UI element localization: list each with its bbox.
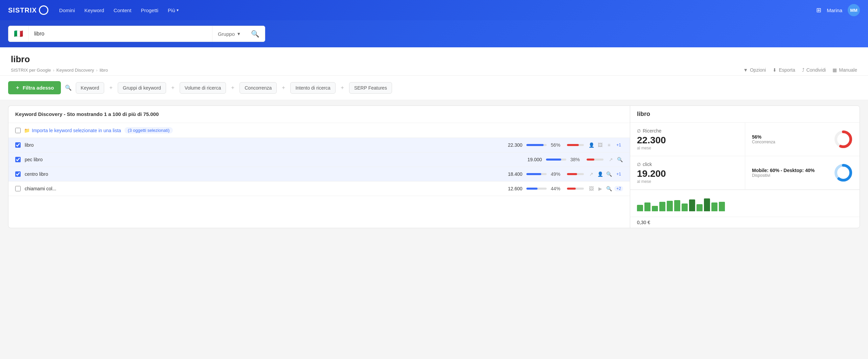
manuale-action[interactable]: ▦ Manuale xyxy=(832,67,857,73)
breadcrumb-keyword-discovery[interactable]: Keyword Discovery xyxy=(56,68,94,73)
breadcrumb-row: SISTRIX per Google › Keyword Discovery ›… xyxy=(11,67,857,73)
bar-3 xyxy=(652,206,658,211)
gruppo-chevron-icon: ▾ xyxy=(237,31,240,37)
filtra-adesso-button[interactable]: ＋ Filtra adesso xyxy=(8,81,61,94)
bar-8 xyxy=(689,199,695,211)
page-header-row: libro xyxy=(11,54,857,67)
row-2-comp-bar xyxy=(587,159,603,161)
plus-volume-icon: ＋ xyxy=(170,84,176,91)
country-flag[interactable]: 🇮🇹 xyxy=(8,26,29,42)
nav-right: ⊞ Marina MM xyxy=(816,4,860,16)
dispositivi-sublabel: Dispositivi xyxy=(752,173,815,178)
grid-icon[interactable]: ⊞ xyxy=(816,6,821,14)
bar-6 xyxy=(674,200,680,211)
row-1-badge: +1 xyxy=(614,142,623,148)
search4-icon: 🔍 xyxy=(606,185,612,192)
click-value: 19.200 xyxy=(637,168,738,179)
click-sublabel: al mese xyxy=(637,179,738,184)
row-4-competition: 44% xyxy=(551,186,563,191)
opzioni-action[interactable]: ▼ Opzioni xyxy=(743,67,766,73)
bar-1 xyxy=(637,205,643,211)
esporta-action[interactable]: ⬇ Esporta xyxy=(773,67,795,73)
dispositivi-gauge xyxy=(834,163,853,182)
condividi-action[interactable]: ⤴ Condividi xyxy=(802,67,826,73)
intento-filter[interactable]: Intento di ricerca xyxy=(290,82,336,94)
filter-bar: ＋ Filtra adesso 🔍 Keyword ＋ Gruppi di ke… xyxy=(0,76,868,100)
plus-icon: ＋ xyxy=(15,85,20,91)
avatar[interactable]: MM xyxy=(848,4,860,16)
plus-gruppi-icon: ＋ xyxy=(108,84,114,91)
search3-icon: 🔍 xyxy=(606,171,612,177)
row-3-checkbox[interactable] xyxy=(15,171,21,177)
row-4-keyword: chiamami col... xyxy=(25,186,498,191)
breadcrumb: SISTRIX per Google › Keyword Discovery ›… xyxy=(11,68,108,73)
row-4-comp-bar xyxy=(567,188,584,190)
search-filter-icon: 🔍 xyxy=(65,85,72,91)
download-icon: ⬇ xyxy=(773,67,777,73)
row-1-volume-bar xyxy=(526,144,547,146)
dispositivi-cell: Mobile: 60% - Desktop: 40% Dispositivi xyxy=(745,156,860,190)
search2-icon: 🔍 xyxy=(616,156,623,163)
external2-icon: ↗ xyxy=(588,171,595,177)
nav-piu[interactable]: Più ▾ xyxy=(168,7,179,13)
price-row: 0,30 € xyxy=(630,217,860,228)
filtra-label: Filtra adesso xyxy=(23,85,54,91)
bar-2 xyxy=(644,202,650,211)
nav-progetti[interactable]: Progetti xyxy=(141,7,158,13)
book-icon: ▦ xyxy=(832,67,837,73)
breadcrumb-sep-1: › xyxy=(53,68,54,73)
row-2-keyword: pec libro xyxy=(25,157,518,162)
nav-content[interactable]: Content xyxy=(114,7,132,13)
row-1-competition: 56% xyxy=(551,142,563,148)
keyword-filter[interactable]: Keyword xyxy=(76,82,104,94)
list-icon: ≡ xyxy=(606,142,612,148)
breadcrumb-sistrix[interactable]: SISTRIX per Google xyxy=(11,68,51,73)
page-header: libro SISTRIX per Google › Keyword Disco… xyxy=(0,47,868,76)
concorrenza-cell: 56% Concorrenza xyxy=(745,123,860,156)
nav-keyword[interactable]: Keyword xyxy=(84,7,104,13)
logo[interactable]: SISTRIX xyxy=(8,5,48,15)
concorrenza-filter[interactable]: Concorrenza xyxy=(239,82,277,94)
nav-piu-label: Più xyxy=(168,7,175,13)
volume-filter[interactable]: Volume di ricerca xyxy=(180,82,226,94)
row-4-icons: 🖼 ▶ 🔍 +2 xyxy=(588,185,623,192)
row-1-checkbox[interactable] xyxy=(15,142,21,148)
gruppo-dropdown[interactable]: Gruppo ▾ xyxy=(212,26,246,42)
volume-filter-label: Volume di ricerca xyxy=(185,85,221,91)
stats-grid: ∅ Ricerche 22.300 al mese 56% Concorrenz… xyxy=(630,123,860,190)
plus-concorrenza-icon: ＋ xyxy=(230,84,235,91)
page-title: libro xyxy=(11,54,30,65)
search-button[interactable]: 🔍 xyxy=(246,26,265,42)
table-row: chiamami col... 12.600 44% 🖼 ▶ 🔍 +2 xyxy=(8,182,630,196)
table-row: libro 22.300 56% 👤 🖼 ≡ +1 xyxy=(8,138,630,152)
logo-text: SISTRIX xyxy=(8,6,37,14)
folder-icon: 📁 xyxy=(24,128,30,133)
search-container: 🇮🇹 Gruppo ▾ 🔍 xyxy=(8,26,265,42)
bar-4 xyxy=(659,202,665,211)
concorrenza-pct: 56% xyxy=(752,134,775,140)
bar-7 xyxy=(682,204,688,212)
serp-filter[interactable]: SERP Features xyxy=(349,82,392,94)
row-2-icons: ↗ 🔍 xyxy=(608,156,623,163)
import-link[interactable]: 📁 Importa le keyword selezionate in una … xyxy=(24,128,121,133)
search-input[interactable] xyxy=(29,31,212,37)
row-2-checkbox[interactable] xyxy=(15,157,21,162)
search-icon: 🔍 xyxy=(251,30,259,38)
row-2-competition: 38% xyxy=(570,157,583,162)
row-1-icons: 👤 🖼 ≡ +1 xyxy=(588,142,623,148)
gruppi-filter[interactable]: Gruppi di keyword xyxy=(118,82,166,94)
bar-10 xyxy=(704,198,710,211)
import-label: Importa le keyword selezionate in una li… xyxy=(32,128,121,133)
click-label: click xyxy=(643,162,652,167)
video-icon: ▶ xyxy=(597,185,603,192)
bar-9 xyxy=(696,204,703,211)
opzioni-label: Opzioni xyxy=(750,67,766,73)
row-4-checkbox[interactable] xyxy=(15,186,21,191)
plus-serp-icon: ＋ xyxy=(340,84,345,91)
bar-11 xyxy=(711,202,717,211)
select-all-checkbox[interactable] xyxy=(15,128,21,133)
main-grid: Keyword Discovery - Sto mostrando 1 a 10… xyxy=(0,100,868,234)
nav-domini[interactable]: Domini xyxy=(59,7,75,13)
top-nav: SISTRIX Domini Keyword Content Progetti … xyxy=(0,0,868,20)
ricerche-sublabel: al mese xyxy=(637,146,738,150)
